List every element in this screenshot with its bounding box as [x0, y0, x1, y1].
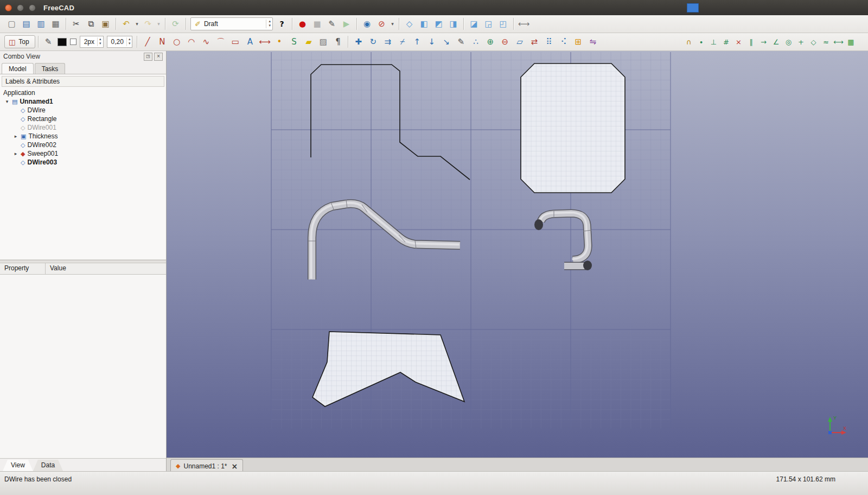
draft-line-button[interactable]: ╱	[140, 35, 155, 49]
draft-clone-button[interactable]: ⊞	[571, 35, 585, 49]
toggle-grid-button[interactable]: ▦	[845, 35, 857, 49]
snap-intersection-button[interactable]: ⨯	[732, 35, 745, 49]
tree-expander[interactable]: ▸	[13, 151, 18, 156]
draft-scale-button[interactable]: ↘	[439, 35, 454, 49]
bottom-view-button[interactable]: ◲	[481, 17, 496, 31]
fit-all-button[interactable]: ◉	[360, 17, 374, 31]
draft-point-button[interactable]: •	[272, 35, 286, 49]
print-button[interactable]: ▦	[48, 17, 63, 31]
draft-upgrade-button[interactable]: ↑	[410, 35, 424, 49]
draft-subelement-button[interactable]: ∴	[468, 35, 483, 49]
tree-item-unnamed1[interactable]: ▾ ▤ Unnamed1	[0, 97, 166, 106]
open-file-button[interactable]: ▤	[19, 17, 34, 31]
draft-rectangle-button[interactable]: ▭	[228, 35, 242, 49]
tab-model[interactable]: Model	[2, 63, 34, 74]
snap-endpoint-button[interactable]: ∙	[695, 35, 707, 49]
line-width-control[interactable]: 2px ▴▾	[80, 36, 104, 48]
snap-near-button[interactable]: ≈	[820, 35, 832, 49]
tree-item-dwire001[interactable]: ◇ DWire001	[0, 123, 166, 132]
draft-to-sketch-button[interactable]: ⇄	[527, 35, 541, 49]
document-tab[interactable]: ◆ Unnamed1 : 1* ×	[170, 459, 243, 472]
workbench-selector[interactable]: ✐ Draft ▴▾	[190, 17, 273, 30]
draft-move-button[interactable]: ✚	[351, 35, 366, 49]
tree-item-dwire[interactable]: ◇ DWire	[0, 106, 166, 115]
draft-delpoint-button[interactable]: ⊖	[497, 35, 512, 49]
window-maximize-button[interactable]	[29, 4, 36, 11]
property-column-header[interactable]: Property	[0, 263, 46, 274]
face-color-swatch[interactable]	[70, 39, 76, 45]
tab-tasks[interactable]: Tasks	[35, 63, 66, 74]
tree-item-thickness[interactable]: ▸ ▣ Thickness	[0, 132, 166, 141]
tree-item-sweep001[interactable]: ▸ ◆ Sweep001	[0, 149, 166, 158]
snap-center-button[interactable]: ◎	[782, 35, 795, 49]
left-view-button[interactable]: ◰	[496, 17, 510, 31]
working-plane-button[interactable]: ◫ Top	[4, 35, 35, 48]
tab-view[interactable]: View	[3, 460, 33, 471]
front-view-button[interactable]: ◧	[417, 17, 431, 31]
copy-button[interactable]: ⧉	[84, 17, 98, 31]
close-panel-button[interactable]: ×	[154, 53, 163, 61]
tree-expander[interactable]: ▾	[4, 99, 10, 104]
right-view-button[interactable]: ◨	[446, 17, 461, 31]
draft-hatch-button[interactable]: ▨	[316, 35, 330, 49]
snap-special-button[interactable]: ◇	[807, 35, 820, 49]
snap-parallel-button[interactable]: ∥	[745, 35, 757, 49]
line-width-arrows[interactable]: ▴▾	[97, 37, 101, 46]
window-close-button[interactable]	[5, 4, 12, 11]
draft-bezier-button[interactable]: ⌒	[213, 35, 228, 49]
paste-button[interactable]: ▣	[98, 17, 113, 31]
tree-item-dwire002[interactable]: ◇ DWire002	[0, 141, 166, 149]
draft-patharray-button[interactable]: ⠪	[556, 35, 571, 49]
draft-addpoint-button[interactable]: ⊕	[483, 35, 497, 49]
close-tab-icon[interactable]: ×	[232, 462, 238, 471]
tree-item-rectangle[interactable]: ◇ Rectangle	[0, 115, 166, 123]
tab-data[interactable]: Data	[33, 460, 63, 471]
draft-shape2dview-button[interactable]: ▱	[512, 35, 527, 49]
text-scale-arrows[interactable]: ▴▾	[126, 37, 131, 46]
new-file-button[interactable]: ▢	[4, 17, 19, 31]
draft-tray-pen-button[interactable]: ✎	[41, 35, 56, 49]
value-column-header[interactable]: Value	[46, 263, 166, 274]
rear-view-button[interactable]: ◪	[467, 17, 481, 31]
line-color-swatch[interactable]	[58, 38, 67, 46]
draw-style-dropdown-button[interactable]: ▾	[389, 17, 396, 31]
cut-button[interactable]: ✂	[69, 17, 84, 31]
text-scale-control[interactable]: 0,20 ▴▾	[107, 36, 133, 48]
snap-dimensions-button[interactable]: ⟷	[832, 35, 845, 49]
draft-mirror-button[interactable]: ⇋	[585, 35, 600, 49]
draft-dimension-button[interactable]: ⟷	[257, 35, 272, 49]
tree-expander[interactable]: ▸	[13, 134, 18, 139]
tree-item-dwire003[interactable]: ◇ DWire003	[0, 158, 166, 167]
whats-this-button[interactable]: ?	[275, 17, 289, 31]
3d-viewport[interactable]: Y X	[167, 51, 868, 458]
workbench-selector-arrows[interactable]: ▴▾	[266, 20, 271, 28]
draft-circle-button[interactable]: ○	[169, 35, 184, 49]
axonometric-view-button[interactable]: ◇	[402, 17, 417, 31]
redo-dropdown-button[interactable]: ▾	[155, 17, 162, 31]
draft-facebinder-button[interactable]: ▰	[301, 35, 316, 49]
redo-button[interactable]: ↷	[141, 17, 155, 31]
macro-edit-button[interactable]: ✎	[324, 17, 339, 31]
undo-dropdown-button[interactable]: ▾	[133, 17, 141, 31]
window-minimize-button[interactable]	[17, 4, 24, 11]
draft-array-button[interactable]: ⠿	[541, 35, 556, 49]
draft-trimex-button[interactable]: ⌿	[395, 35, 410, 49]
snap-extension-button[interactable]: →	[757, 35, 770, 49]
snap-perpendicular-button[interactable]: ⊥	[707, 35, 720, 49]
snap-angle-button[interactable]: ∠	[770, 35, 782, 49]
measure-distance-button[interactable]: ⟷	[516, 17, 531, 31]
octagon-face[interactable]	[521, 64, 625, 193]
save-button[interactable]: ▥	[34, 17, 48, 31]
snap-ortho-button[interactable]: +	[795, 35, 807, 49]
draft-shapestring-button[interactable]: S	[286, 35, 301, 49]
draft-arc-button[interactable]: ◠	[184, 35, 199, 49]
draft-downgrade-button[interactable]: ↓	[424, 35, 439, 49]
draft-edit-button[interactable]: ✎	[454, 35, 468, 49]
draft-text-button[interactable]: A	[242, 35, 257, 49]
draw-style-button[interactable]: ⊘	[374, 17, 389, 31]
macro-stop-button[interactable]: ■	[310, 17, 324, 31]
snap-lock-button[interactable]: ∩	[682, 35, 695, 49]
top-view-button[interactable]: ◩	[431, 17, 446, 31]
macro-record-button[interactable]: ●	[295, 17, 310, 31]
snap-grid-button[interactable]: #	[720, 35, 732, 49]
